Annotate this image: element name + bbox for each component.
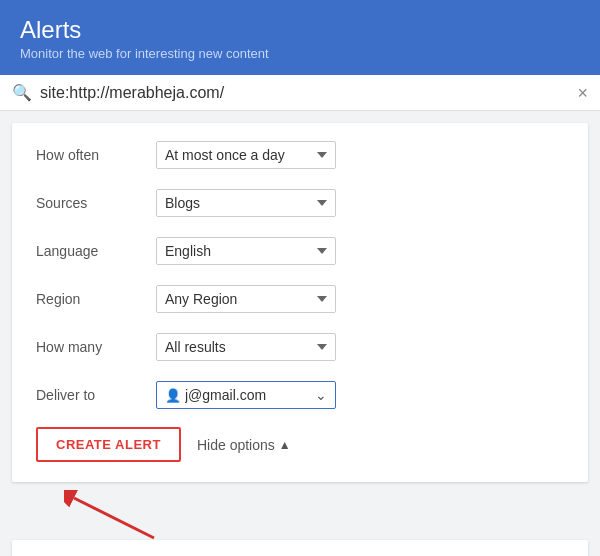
how-often-row: How often At most once a day At most onc… bbox=[12, 131, 588, 179]
deliver-label: Deliver to bbox=[36, 387, 156, 403]
sources-label: Sources bbox=[36, 195, 156, 211]
red-arrow-icon bbox=[64, 490, 184, 540]
sources-row: Sources Blogs Automatic Web News bbox=[12, 179, 588, 227]
person-icon: 👤 bbox=[165, 388, 181, 403]
close-icon[interactable]: × bbox=[577, 84, 588, 102]
chevron-up-icon: ▲ bbox=[279, 438, 291, 452]
page-header: Alerts Monitor the web for interesting n… bbox=[0, 0, 600, 75]
search-bar: 🔍 × bbox=[0, 75, 600, 111]
deliver-row: Deliver to 👤 j@gmail.com ⌄ bbox=[12, 371, 588, 419]
create-alert-button[interactable]: CREATE ALERT bbox=[36, 427, 181, 462]
how-often-label: How often bbox=[36, 147, 156, 163]
svg-line-1 bbox=[74, 498, 154, 538]
language-row: Language English Any Language bbox=[12, 227, 588, 275]
page-title: Alerts bbox=[20, 16, 580, 44]
region-label: Region bbox=[36, 291, 156, 307]
buttons-row: CREATE ALERT Hide options ▲ bbox=[12, 419, 588, 466]
language-select[interactable]: English Any Language bbox=[156, 237, 336, 265]
chevron-down-icon: ⌄ bbox=[315, 387, 327, 403]
how-many-row: How many All results Only the best resul… bbox=[12, 323, 588, 371]
deliver-select-wrap: 👤 j@gmail.com ⌄ bbox=[156, 381, 336, 409]
how-many-select[interactable]: All results Only the best results bbox=[156, 333, 336, 361]
arrow-container bbox=[24, 490, 600, 540]
sources-select[interactable]: Blogs Automatic Web News bbox=[156, 189, 336, 217]
options-card: How often At most once a day At most onc… bbox=[12, 123, 588, 482]
hide-options-label: Hide options bbox=[197, 437, 275, 453]
how-often-select[interactable]: At most once a day At most once a week A… bbox=[156, 141, 336, 169]
deliver-select[interactable]: j@gmail.com bbox=[185, 387, 315, 403]
hide-options-button[interactable]: Hide options ▲ bbox=[197, 437, 291, 453]
language-label: Language bbox=[36, 243, 156, 259]
region-row: Region Any Region United States bbox=[12, 275, 588, 323]
page-subtitle: Monitor the web for interesting new cont… bbox=[20, 46, 580, 61]
region-select[interactable]: Any Region United States bbox=[156, 285, 336, 313]
search-input[interactable] bbox=[40, 84, 577, 102]
preview-card: Alert preview BLOGS How To Reduce The Ta… bbox=[12, 540, 588, 556]
how-many-label: How many bbox=[36, 339, 156, 355]
search-icon: 🔍 bbox=[12, 83, 32, 102]
